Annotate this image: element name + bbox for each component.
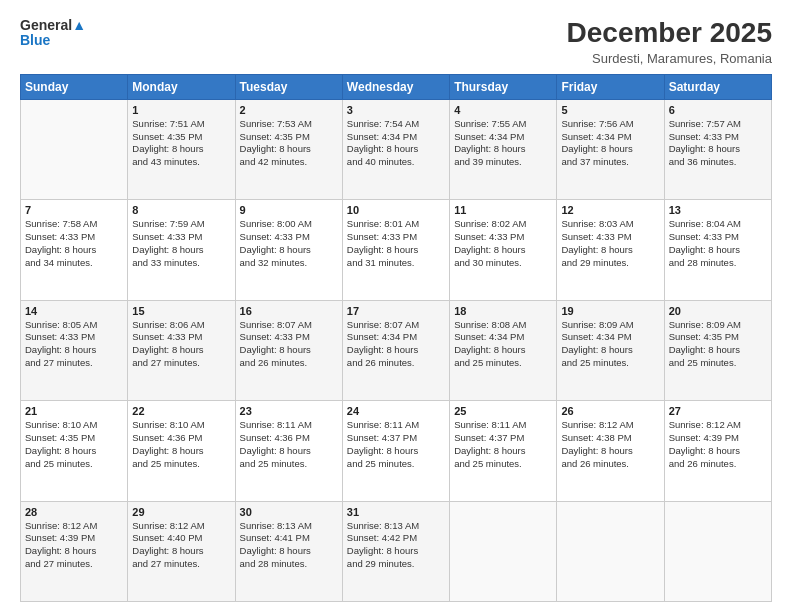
day-number: 24 xyxy=(347,405,445,417)
table-cell: 17 Sunrise: 8:07 AMSunset: 4:34 PMDaylig… xyxy=(342,300,449,400)
day-info: Sunrise: 8:12 AMSunset: 4:38 PMDaylight:… xyxy=(561,419,659,470)
day-info: Sunrise: 8:09 AMSunset: 4:34 PMDaylight:… xyxy=(561,319,659,370)
day-number: 8 xyxy=(132,204,230,216)
day-number: 29 xyxy=(132,506,230,518)
table-cell: 19 Sunrise: 8:09 AMSunset: 4:34 PMDaylig… xyxy=(557,300,664,400)
main-title: December 2025 xyxy=(567,18,772,49)
day-info: Sunrise: 7:56 AMSunset: 4:34 PMDaylight:… xyxy=(561,118,659,169)
table-cell: 29 Sunrise: 8:12 AMSunset: 4:40 PMDaylig… xyxy=(128,501,235,601)
day-number: 2 xyxy=(240,104,338,116)
table-cell: 25 Sunrise: 8:11 AMSunset: 4:37 PMDaylig… xyxy=(450,401,557,501)
table-cell: 31 Sunrise: 8:13 AMSunset: 4:42 PMDaylig… xyxy=(342,501,449,601)
day-number: 19 xyxy=(561,305,659,317)
header-monday: Monday xyxy=(128,74,235,99)
table-cell: 23 Sunrise: 8:11 AMSunset: 4:36 PMDaylig… xyxy=(235,401,342,501)
page: General▲ Blue December 2025 Surdesti, Ma… xyxy=(0,0,792,612)
day-number: 7 xyxy=(25,204,123,216)
day-number: 22 xyxy=(132,405,230,417)
table-cell: 30 Sunrise: 8:13 AMSunset: 4:41 PMDaylig… xyxy=(235,501,342,601)
day-info: Sunrise: 7:51 AMSunset: 4:35 PMDaylight:… xyxy=(132,118,230,169)
table-cell: 15 Sunrise: 8:06 AMSunset: 4:33 PMDaylig… xyxy=(128,300,235,400)
title-block: December 2025 Surdesti, Maramures, Roman… xyxy=(567,18,772,66)
header-saturday: Saturday xyxy=(664,74,771,99)
day-number: 21 xyxy=(25,405,123,417)
day-number: 15 xyxy=(132,305,230,317)
day-number: 10 xyxy=(347,204,445,216)
day-info: Sunrise: 8:11 AMSunset: 4:36 PMDaylight:… xyxy=(240,419,338,470)
table-cell: 16 Sunrise: 8:07 AMSunset: 4:33 PMDaylig… xyxy=(235,300,342,400)
day-info: Sunrise: 8:08 AMSunset: 4:34 PMDaylight:… xyxy=(454,319,552,370)
table-cell: 8 Sunrise: 7:59 AMSunset: 4:33 PMDayligh… xyxy=(128,200,235,300)
table-cell: 26 Sunrise: 8:12 AMSunset: 4:38 PMDaylig… xyxy=(557,401,664,501)
calendar-header: Sunday Monday Tuesday Wednesday Thursday… xyxy=(21,74,772,99)
day-info: Sunrise: 7:55 AMSunset: 4:34 PMDaylight:… xyxy=(454,118,552,169)
day-number: 3 xyxy=(347,104,445,116)
table-cell: 13 Sunrise: 8:04 AMSunset: 4:33 PMDaylig… xyxy=(664,200,771,300)
table-cell: 28 Sunrise: 8:12 AMSunset: 4:39 PMDaylig… xyxy=(21,501,128,601)
header-thursday: Thursday xyxy=(450,74,557,99)
day-number: 31 xyxy=(347,506,445,518)
header-friday: Friday xyxy=(557,74,664,99)
table-cell: 11 Sunrise: 8:02 AMSunset: 4:33 PMDaylig… xyxy=(450,200,557,300)
day-number: 13 xyxy=(669,204,767,216)
table-cell: 21 Sunrise: 8:10 AMSunset: 4:35 PMDaylig… xyxy=(21,401,128,501)
table-cell: 24 Sunrise: 8:11 AMSunset: 4:37 PMDaylig… xyxy=(342,401,449,501)
day-info: Sunrise: 7:59 AMSunset: 4:33 PMDaylight:… xyxy=(132,218,230,269)
day-number: 28 xyxy=(25,506,123,518)
day-number: 4 xyxy=(454,104,552,116)
table-cell: 9 Sunrise: 8:00 AMSunset: 4:33 PMDayligh… xyxy=(235,200,342,300)
day-info: Sunrise: 8:10 AMSunset: 4:35 PMDaylight:… xyxy=(25,419,123,470)
day-number: 9 xyxy=(240,204,338,216)
day-number: 27 xyxy=(669,405,767,417)
day-info: Sunrise: 8:11 AMSunset: 4:37 PMDaylight:… xyxy=(454,419,552,470)
day-number: 12 xyxy=(561,204,659,216)
table-cell: 6 Sunrise: 7:57 AMSunset: 4:33 PMDayligh… xyxy=(664,99,771,199)
logo: General▲ Blue xyxy=(20,18,86,49)
day-number: 20 xyxy=(669,305,767,317)
day-info: Sunrise: 7:57 AMSunset: 4:33 PMDaylight:… xyxy=(669,118,767,169)
day-number: 1 xyxy=(132,104,230,116)
table-cell: 3 Sunrise: 7:54 AMSunset: 4:34 PMDayligh… xyxy=(342,99,449,199)
header: General▲ Blue December 2025 Surdesti, Ma… xyxy=(20,18,772,66)
table-cell: 10 Sunrise: 8:01 AMSunset: 4:33 PMDaylig… xyxy=(342,200,449,300)
table-cell: 14 Sunrise: 8:05 AMSunset: 4:33 PMDaylig… xyxy=(21,300,128,400)
day-info: Sunrise: 8:06 AMSunset: 4:33 PMDaylight:… xyxy=(132,319,230,370)
header-wednesday: Wednesday xyxy=(342,74,449,99)
day-info: Sunrise: 7:53 AMSunset: 4:35 PMDaylight:… xyxy=(240,118,338,169)
table-cell: 20 Sunrise: 8:09 AMSunset: 4:35 PMDaylig… xyxy=(664,300,771,400)
day-number: 23 xyxy=(240,405,338,417)
table-cell: 7 Sunrise: 7:58 AMSunset: 4:33 PMDayligh… xyxy=(21,200,128,300)
table-cell: 2 Sunrise: 7:53 AMSunset: 4:35 PMDayligh… xyxy=(235,99,342,199)
table-cell: 22 Sunrise: 8:10 AMSunset: 4:36 PMDaylig… xyxy=(128,401,235,501)
table-cell xyxy=(21,99,128,199)
header-sunday: Sunday xyxy=(21,74,128,99)
day-number: 30 xyxy=(240,506,338,518)
table-cell: 18 Sunrise: 8:08 AMSunset: 4:34 PMDaylig… xyxy=(450,300,557,400)
day-info: Sunrise: 8:01 AMSunset: 4:33 PMDaylight:… xyxy=(347,218,445,269)
day-info: Sunrise: 8:11 AMSunset: 4:37 PMDaylight:… xyxy=(347,419,445,470)
calendar-table: Sunday Monday Tuesday Wednesday Thursday… xyxy=(20,74,772,602)
day-number: 18 xyxy=(454,305,552,317)
day-info: Sunrise: 8:09 AMSunset: 4:35 PMDaylight:… xyxy=(669,319,767,370)
day-info: Sunrise: 8:12 AMSunset: 4:39 PMDaylight:… xyxy=(669,419,767,470)
table-cell: 12 Sunrise: 8:03 AMSunset: 4:33 PMDaylig… xyxy=(557,200,664,300)
day-info: Sunrise: 8:03 AMSunset: 4:33 PMDaylight:… xyxy=(561,218,659,269)
day-info: Sunrise: 8:12 AMSunset: 4:39 PMDaylight:… xyxy=(25,520,123,571)
table-cell: 27 Sunrise: 8:12 AMSunset: 4:39 PMDaylig… xyxy=(664,401,771,501)
table-cell: 5 Sunrise: 7:56 AMSunset: 4:34 PMDayligh… xyxy=(557,99,664,199)
day-number: 6 xyxy=(669,104,767,116)
day-number: 25 xyxy=(454,405,552,417)
day-info: Sunrise: 8:00 AMSunset: 4:33 PMDaylight:… xyxy=(240,218,338,269)
day-info: Sunrise: 8:13 AMSunset: 4:42 PMDaylight:… xyxy=(347,520,445,571)
day-number: 11 xyxy=(454,204,552,216)
table-cell xyxy=(450,501,557,601)
day-info: Sunrise: 7:58 AMSunset: 4:33 PMDaylight:… xyxy=(25,218,123,269)
header-tuesday: Tuesday xyxy=(235,74,342,99)
day-info: Sunrise: 7:54 AMSunset: 4:34 PMDaylight:… xyxy=(347,118,445,169)
day-info: Sunrise: 8:10 AMSunset: 4:36 PMDaylight:… xyxy=(132,419,230,470)
day-number: 16 xyxy=(240,305,338,317)
day-info: Sunrise: 8:04 AMSunset: 4:33 PMDaylight:… xyxy=(669,218,767,269)
day-number: 5 xyxy=(561,104,659,116)
table-cell: 4 Sunrise: 7:55 AMSunset: 4:34 PMDayligh… xyxy=(450,99,557,199)
day-number: 14 xyxy=(25,305,123,317)
